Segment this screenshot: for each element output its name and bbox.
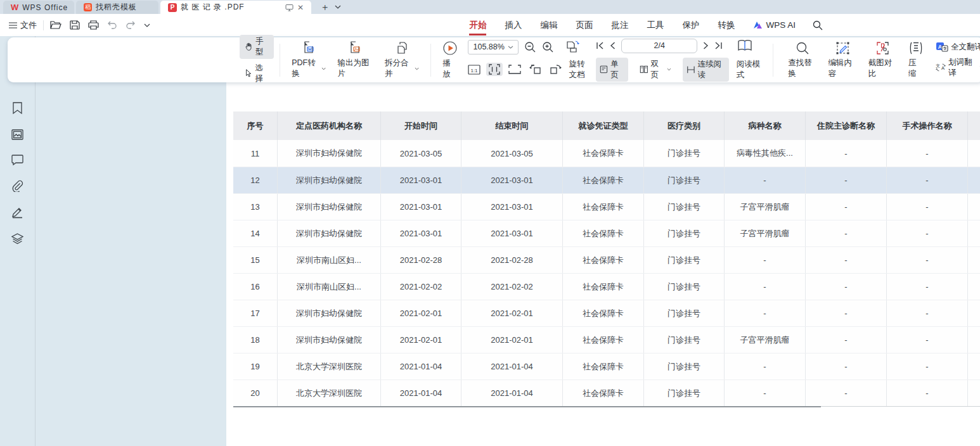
present-on-screen-icon[interactable] bbox=[285, 4, 293, 11]
cursor-icon bbox=[245, 68, 252, 78]
signature-icon[interactable] bbox=[11, 207, 23, 219]
zoom-level-select[interactable]: 105.88% bbox=[468, 40, 519, 54]
column-header: 定点医药机构名称 bbox=[278, 112, 381, 140]
zoom-in-button[interactable] bbox=[542, 41, 554, 53]
chevron-down-icon bbox=[321, 67, 326, 70]
rotate-right-button[interactable] bbox=[548, 64, 562, 75]
table-cell: 北京大学深圳医院 bbox=[278, 354, 381, 379]
tab-list-chevron-icon[interactable] bbox=[335, 5, 341, 9]
table-cell: 14 bbox=[233, 220, 278, 246]
word-translate-button[interactable]: 文A 划词翻译 bbox=[936, 57, 980, 79]
wps-logo-icon: W bbox=[11, 3, 18, 12]
table-row[interactable]: 12深圳市妇幼保健院2021-03-012021-03-01社会保障卡门诊挂号-… bbox=[233, 167, 980, 193]
pdf-page[interactable]: 序号定点医药机构名称开始时间结束时间就诊凭证类型医疗类别病种名称住院主诊断名称手… bbox=[226, 82, 980, 446]
actual-size-button[interactable]: 1:1 bbox=[468, 65, 480, 75]
split-merge-button[interactable]: 拆分合并 bbox=[379, 41, 425, 79]
menu-item-页面[interactable]: 页面 bbox=[576, 15, 593, 36]
zoom-out-button[interactable] bbox=[524, 41, 536, 53]
table-cell: - bbox=[725, 247, 806, 273]
rotate-document-label[interactable]: 旋转文档 bbox=[569, 59, 588, 80]
read-mode-button[interactable] bbox=[737, 39, 752, 52]
menu-item-批注[interactable]: 批注 bbox=[611, 15, 628, 36]
table-row[interactable]: 11深圳市妇幼保健院2021-03-052021-03-05社会保障卡门诊挂号病… bbox=[233, 140, 980, 167]
table-cell: 病毒性其他疾... bbox=[725, 140, 806, 167]
play-button[interactable]: 播放 bbox=[437, 41, 463, 80]
undo-icon[interactable] bbox=[107, 21, 117, 29]
menu-item-保护[interactable]: 保护 bbox=[682, 15, 699, 36]
table-row[interactable]: 14深圳市妇幼保健院2021-03-012021-03-01社会保障卡门诊挂号子… bbox=[233, 220, 980, 246]
file-menu-button[interactable]: 文件 bbox=[9, 20, 37, 31]
wps-ai-button[interactable]: WPS AI bbox=[753, 20, 796, 30]
thumbnail-icon[interactable] bbox=[11, 129, 23, 140]
full-translate-button[interactable]: A 全文翻译 bbox=[936, 42, 980, 53]
fit-width-button[interactable] bbox=[508, 65, 521, 74]
menu-item-转换[interactable]: 转换 bbox=[718, 15, 735, 36]
page-number-input[interactable] bbox=[621, 39, 697, 53]
table-row[interactable]: 13深圳市妇幼保健院2021-03-012021-03-01社会保障卡门诊挂号子… bbox=[233, 193, 980, 220]
table-cell bbox=[968, 380, 980, 406]
menu-item-插入[interactable]: 插入 bbox=[505, 15, 522, 36]
table-cell: 2021-03-01 bbox=[381, 167, 461, 193]
menu-item-工具[interactable]: 工具 bbox=[647, 15, 664, 36]
tab-document-pdf[interactable]: P 就 医 记 录 .PDF ✕ bbox=[160, 1, 311, 14]
comment-icon[interactable] bbox=[11, 155, 23, 165]
save-icon[interactable] bbox=[70, 20, 80, 30]
edit-content-button[interactable]: 编辑内容 bbox=[823, 41, 863, 79]
table-cell: 17 bbox=[233, 300, 278, 326]
table-row[interactable]: 18深圳市妇幼保健院2021-02-012021-02-01社会保障卡门诊挂号子… bbox=[233, 326, 980, 353]
new-tab-icon[interactable]: ＋ bbox=[320, 1, 330, 13]
layers-icon[interactable] bbox=[11, 233, 23, 245]
table-cell bbox=[968, 167, 980, 193]
table-cell: 2021-02-28 bbox=[381, 247, 461, 273]
read-mode-label[interactable]: 阅读模式 bbox=[737, 59, 764, 80]
compress-button[interactable]: 压缩 bbox=[903, 41, 929, 79]
export-image-icon bbox=[348, 41, 363, 55]
tab-wps-office[interactable]: W WPS Office bbox=[3, 1, 74, 14]
fit-page-button[interactable] bbox=[486, 63, 503, 76]
table-row[interactable]: 20北京大学深圳医院2021-01-042021-01-04社会保障卡门诊挂号-… bbox=[233, 379, 980, 406]
bookmark-icon[interactable] bbox=[12, 102, 23, 115]
pdf-convert-button[interactable]: PDF转换 bbox=[286, 41, 332, 79]
attachment-icon[interactable] bbox=[11, 180, 23, 192]
quick-access-chevron-icon[interactable] bbox=[144, 23, 150, 27]
wps-ai-logo-icon bbox=[753, 21, 763, 29]
table-cell: - bbox=[887, 167, 968, 193]
table-cell: 社会保障卡 bbox=[563, 380, 644, 406]
table-cell: 深圳市妇幼保健院 bbox=[278, 220, 381, 246]
first-page-button[interactable] bbox=[596, 42, 604, 49]
close-tab-icon[interactable]: ✕ bbox=[297, 3, 304, 12]
screenshot-compare-button[interactable]: 截图对比 bbox=[863, 41, 903, 79]
hand-tool-button[interactable]: 手型 bbox=[240, 35, 274, 59]
select-tool-button[interactable]: 选择 bbox=[240, 61, 274, 86]
table-cell: 12 bbox=[233, 167, 278, 193]
rotate-left-button[interactable] bbox=[529, 64, 543, 75]
divider bbox=[773, 44, 773, 77]
single-page-button[interactable]: 单页 bbox=[596, 58, 628, 82]
search-icon[interactable] bbox=[813, 20, 823, 30]
print-icon[interactable] bbox=[88, 20, 99, 30]
table-cell: 门诊挂号 bbox=[644, 167, 725, 193]
hand-icon bbox=[245, 42, 252, 51]
export-image-button[interactable]: 输出为图片 bbox=[332, 41, 380, 79]
continuous-read-button[interactable]: 连续阅读 bbox=[683, 58, 729, 82]
rotate-document-button[interactable] bbox=[565, 40, 580, 54]
column-header: 序号 bbox=[233, 112, 278, 140]
table-row[interactable]: 15深圳市南山区妇...2021-02-282021-02-28社会保障卡门诊挂… bbox=[233, 246, 980, 273]
table-cell bbox=[968, 327, 980, 353]
menu-item-编辑[interactable]: 编辑 bbox=[540, 15, 557, 36]
find-replace-button[interactable]: 查找替换 bbox=[782, 41, 822, 79]
table-row[interactable]: 17深圳市妇幼保健院2021-02-012021-02-01社会保障卡门诊挂号-… bbox=[233, 300, 980, 326]
table-cell: - bbox=[887, 354, 968, 379]
table-cell: 2021-02-28 bbox=[461, 247, 563, 273]
last-page-button[interactable] bbox=[714, 42, 723, 49]
prev-page-button[interactable] bbox=[610, 42, 616, 49]
table-row[interactable]: 19北京大学深圳医院2021-01-042021-01-04社会保障卡门诊挂号-… bbox=[233, 353, 980, 379]
menu-item-开始[interactable]: 开始 bbox=[469, 15, 486, 36]
double-page-button[interactable]: 双页 bbox=[636, 58, 675, 82]
table-cell: - bbox=[806, 380, 887, 406]
open-folder-icon[interactable] bbox=[50, 20, 61, 30]
tab-template-store[interactable]: 稻 找稻壳模板 bbox=[76, 1, 158, 14]
table-row[interactable]: 16深圳市南山区妇...2021-02-022021-02-02社会保障卡门诊挂… bbox=[233, 273, 980, 300]
redo-icon[interactable] bbox=[126, 21, 136, 29]
next-page-button[interactable] bbox=[703, 42, 709, 49]
